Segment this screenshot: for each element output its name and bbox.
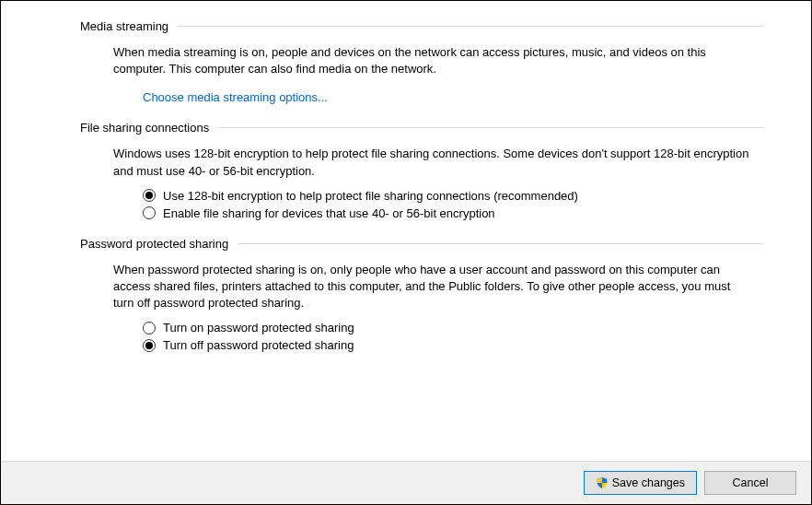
radio-label: Use 128-bit encryption to help protect f…	[163, 189, 578, 203]
section-file-sharing: File sharing connections Windows uses 12…	[82, 121, 763, 219]
section-media-streaming: Media streaming When media streaming is …	[82, 19, 763, 104]
password-radio-group: Turn on password protected sharing Turn …	[113, 321, 754, 352]
radio-icon	[143, 189, 156, 202]
section-title: Media streaming	[80, 19, 168, 33]
password-description: When password protected sharing is on, o…	[113, 262, 754, 312]
radio-label: Turn on password protected sharing	[163, 321, 354, 335]
footer-bar: Save changes Cancel	[1, 461, 811, 504]
section-password-sharing: Password protected sharing When password…	[82, 237, 763, 353]
radio-icon	[143, 322, 156, 335]
settings-content: Media streaming When media streaming is …	[1, 1, 811, 461]
save-changes-button[interactable]: Save changes	[584, 471, 697, 495]
section-header: File sharing connections	[80, 121, 763, 135]
encryption-radio-group: Use 128-bit encryption to help protect f…	[113, 189, 754, 220]
section-header: Password protected sharing	[80, 237, 763, 251]
section-title: File sharing connections	[80, 121, 209, 135]
section-body: When media streaming is on, people and d…	[82, 44, 763, 104]
section-body: When password protected sharing is on, o…	[82, 262, 763, 353]
section-body: Windows uses 128-bit encryption to help …	[82, 146, 763, 219]
choose-media-streaming-link[interactable]: Choose media streaming options...	[143, 90, 328, 104]
radio-128bit[interactable]: Use 128-bit encryption to help protect f…	[143, 189, 754, 203]
divider	[178, 26, 763, 27]
section-title: Password protected sharing	[80, 237, 228, 251]
divider	[218, 127, 763, 128]
radio-label: Turn off password protected sharing	[163, 338, 354, 352]
cancel-button-label: Cancel	[733, 476, 769, 489]
radio-label: Enable file sharing for devices that use…	[163, 206, 495, 220]
radio-icon	[143, 339, 156, 352]
radio-password-off[interactable]: Turn off password protected sharing	[143, 338, 754, 352]
section-header: Media streaming	[80, 19, 763, 33]
uac-shield-icon	[596, 476, 609, 489]
media-description: When media streaming is on, people and d…	[113, 44, 754, 77]
link-row: Choose media streaming options...	[113, 90, 754, 104]
radio-40-56bit[interactable]: Enable file sharing for devices that use…	[143, 206, 754, 220]
radio-icon	[143, 206, 156, 219]
cancel-button[interactable]: Cancel	[704, 471, 796, 495]
divider	[238, 243, 763, 244]
radio-password-on[interactable]: Turn on password protected sharing	[143, 321, 754, 335]
save-button-label: Save changes	[612, 476, 685, 489]
filesharing-description: Windows uses 128-bit encryption to help …	[113, 146, 754, 179]
